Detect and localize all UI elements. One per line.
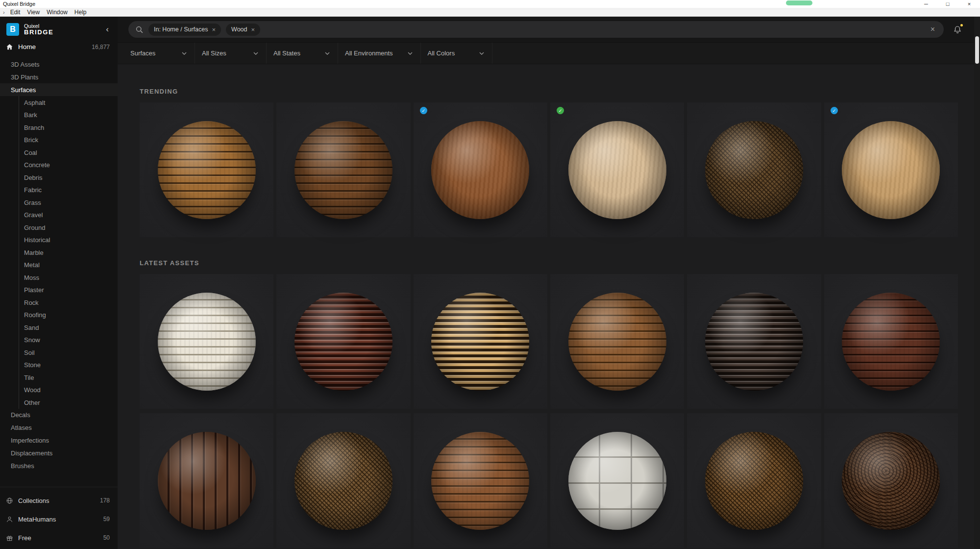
quixel-logo-icon: B <box>6 23 19 36</box>
person-icon <box>6 516 13 523</box>
scrollbar-thumb[interactable] <box>975 36 979 64</box>
sidebar-item-debris[interactable]: Debris <box>19 171 118 184</box>
chip-label: Wood <box>231 26 247 33</box>
asset-card[interactable] <box>276 413 410 548</box>
asset-card[interactable] <box>550 413 684 548</box>
asset-card[interactable] <box>824 413 958 548</box>
chevron-down-icon <box>182 52 187 55</box>
filter-all-colors[interactable]: All Colors <box>421 43 492 64</box>
chevron-down-icon <box>408 52 413 55</box>
menu-edit[interactable]: Edit <box>7 9 24 16</box>
sidebar-item-rock[interactable]: Rock <box>19 296 118 309</box>
sidebar-item-asphalt[interactable]: Asphalt <box>19 96 118 109</box>
menu-overflow-icon[interactable]: › <box>1 9 7 15</box>
menu-view[interactable]: View <box>24 9 43 16</box>
filter-label: All Colors <box>428 50 455 57</box>
menu-help[interactable]: Help <box>71 9 90 16</box>
search-chip-wood[interactable]: Wood× <box>226 24 260 36</box>
asset-grid <box>140 413 958 548</box>
menu-window[interactable]: Window <box>43 9 71 16</box>
sidebar: B Quixel BRIDGE ‹ Home 16,877 3D Assets3… <box>0 17 118 549</box>
sidebar-item-soil[interactable]: Soil <box>19 346 118 359</box>
sidebar-item-fabric[interactable]: Fabric <box>19 184 118 197</box>
search-bar[interactable]: In: Home / Surfaces×Wood× × <box>128 21 944 38</box>
sidebar-item-tile[interactable]: Tile <box>19 371 118 384</box>
chevron-down-icon <box>325 52 330 55</box>
chevron-down-icon <box>253 52 258 55</box>
asset-card[interactable] <box>550 274 684 409</box>
asset-card[interactable] <box>414 274 547 409</box>
asset-card[interactable] <box>414 413 547 548</box>
asset-card[interactable] <box>687 102 821 237</box>
sidebar-item-roofing[interactable]: Roofing <box>19 309 118 322</box>
filter-surfaces[interactable]: Surfaces <box>123 43 195 64</box>
sidebar-item-3d-assets[interactable]: 3D Assets <box>0 58 118 71</box>
sidebar-item-surfaces[interactable]: Surfaces <box>0 83 118 96</box>
filter-label: Surfaces <box>130 50 155 57</box>
sidebar-item-metahumans[interactable]: MetaHumans59 <box>0 510 118 528</box>
filter-all-states[interactable]: All States <box>267 43 338 64</box>
sidebar-item-collections[interactable]: Collections178 <box>0 491 118 510</box>
window-controls: ─ □ × <box>915 0 980 8</box>
sidebar-item-stone[interactable]: Stone <box>19 359 118 372</box>
notifications-button[interactable] <box>952 24 963 35</box>
sidebar-item-displacements[interactable]: Displacements <box>0 447 118 460</box>
sidebar-item-home[interactable]: Home 16,877 <box>0 40 118 54</box>
sidebar-item-snow[interactable]: Snow <box>19 334 118 347</box>
material-sphere <box>705 432 803 530</box>
material-sphere <box>842 432 940 530</box>
sidebar-item-bark[interactable]: Bark <box>19 109 118 122</box>
sidebar-item-ground[interactable]: Ground <box>19 221 118 234</box>
filter-label: All Environments <box>345 50 393 57</box>
sidebar-item-metal[interactable]: Metal <box>19 259 118 272</box>
sidebar-item-brick[interactable]: Brick <box>19 134 118 147</box>
sidebar-item-moss[interactable]: Moss <box>19 271 118 284</box>
asset-card[interactable] <box>687 274 821 409</box>
asset-card[interactable]: ✓ <box>414 102 547 237</box>
chip-close-icon[interactable]: × <box>212 26 216 33</box>
sidebar-item-other[interactable]: Other <box>19 396 118 409</box>
search-chip-in-home-surfaces[interactable]: In: Home / Surfaces× <box>148 24 221 36</box>
filter-all-sizes[interactable]: All Sizes <box>195 43 267 64</box>
sidebar-item-concrete[interactable]: Concrete <box>19 159 118 172</box>
asset-card[interactable] <box>276 102 410 237</box>
sidebar-item-coal[interactable]: Coal <box>19 146 118 159</box>
asset-card[interactable] <box>824 274 958 409</box>
asset-card[interactable] <box>140 102 273 237</box>
asset-card[interactable] <box>140 413 273 548</box>
filter-label: All Sizes <box>202 50 226 57</box>
minimize-button[interactable]: ─ <box>915 0 937 8</box>
sidebar-item-branch[interactable]: Branch <box>19 121 118 134</box>
sidebar-item-imperfections[interactable]: Imperfections <box>0 434 118 447</box>
search-clear-button[interactable]: × <box>929 25 937 34</box>
sidebar-item-plaster[interactable]: Plaster <box>19 284 118 297</box>
maximize-button[interactable]: □ <box>937 0 958 8</box>
chip-close-icon[interactable]: × <box>251 26 255 33</box>
notification-dot <box>960 24 963 26</box>
sidebar-item-3d-plants[interactable]: 3D Plants <box>0 71 118 83</box>
sidebar-footer-label: Collections <box>18 497 49 504</box>
asset-card[interactable] <box>276 274 410 409</box>
asset-card[interactable] <box>687 413 821 548</box>
asset-card[interactable] <box>140 274 273 409</box>
section-trending: TRENDING✓✓✓ <box>140 88 958 237</box>
sidebar-item-wood[interactable]: Wood <box>19 384 118 397</box>
sidebar-item-brushes[interactable]: Brushes <box>0 460 118 473</box>
asset-card[interactable]: ✓ <box>824 102 958 237</box>
sidebar-item-atlases[interactable]: Atlases <box>0 422 118 434</box>
filter-all-environments[interactable]: All Environments <box>338 43 421 64</box>
sidebar-item-grass[interactable]: Grass <box>19 196 118 209</box>
asset-card[interactable]: ✓ <box>550 102 684 237</box>
sidebar-item-gravel[interactable]: Gravel <box>19 209 118 222</box>
sidebar-collapse-icon[interactable]: ‹ <box>103 25 112 34</box>
close-button[interactable]: × <box>958 0 980 8</box>
sidebar-item-sand[interactable]: Sand <box>19 321 118 334</box>
sidebar-item-decals[interactable]: Decals <box>0 409 118 422</box>
material-sphere <box>568 293 666 391</box>
material-sphere <box>431 293 529 391</box>
window-title: Quixel Bridge <box>0 1 35 7</box>
sidebar-item-free[interactable]: Free50 <box>0 528 118 547</box>
sidebar-item-historical[interactable]: Historical <box>19 234 118 247</box>
scrollbar[interactable] <box>974 17 980 549</box>
sidebar-item-marble[interactable]: Marble <box>19 246 118 259</box>
